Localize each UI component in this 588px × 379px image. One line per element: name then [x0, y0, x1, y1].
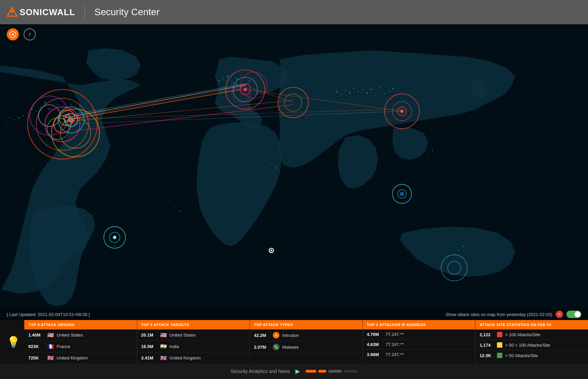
- target-count-0: 20.1M: [141, 333, 157, 338]
- yesterday-toggle[interactable]: [566, 311, 581, 318]
- svg-point-24: [236, 78, 237, 79]
- svg-point-61: [184, 207, 185, 208]
- origin-label-2: United Kingdom: [57, 355, 88, 360]
- target-label-2: United Kingdom: [170, 355, 201, 360]
- analytics-bar: Security Analytics and News ▶: [0, 364, 588, 379]
- timestamp-text: [ Last Updated: 2021-02-04T10:31+08:00 ]: [7, 312, 90, 317]
- analytics-label: Security Analytics and News: [231, 369, 290, 374]
- svg-point-35: [218, 80, 220, 82]
- ip-count-2: 3.96M: [367, 352, 383, 357]
- shield-button[interactable]: [7, 28, 19, 40]
- attack-site-stats-header: ATTACK SITE STATISTICS ON FEB 03: [475, 320, 588, 329]
- top-icons: i: [7, 28, 36, 40]
- attacker-ips-column: TOP 3 ATTACKER IP ADDRESS 4.76M 77.247.*…: [363, 320, 476, 364]
- intrusion-icon: ⚡: [273, 332, 280, 339]
- svg-point-44: [358, 91, 359, 92]
- world-map: [0, 24, 588, 320]
- svg-point-22: [227, 76, 229, 77]
- ip-label-0: 77.247.**: [386, 332, 404, 337]
- site-count-0: 2,122: [479, 332, 494, 337]
- sonicwall-logo-icon: [7, 7, 18, 18]
- scroll-dot-1: [305, 370, 316, 373]
- logo-area: SONICWALL Security Center: [7, 6, 159, 18]
- page-title: Security Center: [94, 7, 159, 18]
- svg-point-39: [392, 88, 394, 89]
- svg-point-14: [36, 111, 37, 112]
- type-label-0: Intrusion: [282, 333, 299, 338]
- help-icon[interactable]: 💡: [5, 334, 22, 350]
- site-count-2: 12.0K: [479, 353, 494, 358]
- close-yesterday-button[interactable]: ✕: [556, 311, 563, 318]
- svg-point-34: [223, 78, 224, 79]
- svg-point-43: [362, 89, 363, 90]
- site-count-1: 1,174: [479, 343, 494, 348]
- target-count-1: 16.5M: [141, 344, 157, 349]
- origin-count-1: 923K: [28, 344, 45, 349]
- type-count-0: 42.2M: [254, 333, 270, 338]
- svg-point-40: [384, 93, 385, 94]
- svg-point-8: [58, 104, 59, 105]
- ip-row-2: 3.96M 77.247.**: [363, 350, 475, 359]
- target-count-2: 3.41M: [141, 355, 157, 360]
- target-label-1: India: [170, 344, 179, 349]
- info-button[interactable]: i: [24, 28, 36, 40]
- attack-type-row-0: 42.2M ⚡ Intrusion: [250, 329, 362, 341]
- shield-icon: [9, 31, 17, 38]
- analytics-arrow-icon: ▶: [295, 368, 300, 375]
- ip-label-2: 77.247.**: [386, 352, 404, 357]
- main-content: i: [0, 24, 588, 379]
- svg-point-19: [14, 120, 15, 121]
- svg-point-63: [462, 246, 464, 247]
- svg-point-38: [388, 91, 389, 92]
- scroll-dot-3: [328, 370, 342, 373]
- target-flag-2: 🇬🇧: [160, 355, 167, 361]
- svg-point-42: [366, 92, 368, 94]
- attack-target-row-0: 20.1M 🇺🇸 United States: [137, 329, 250, 341]
- origin-flag-1: 🇫🇷: [47, 343, 54, 350]
- attack-site-stats-column: ATTACK SITE STATISTICS ON FEB 03 2,122 >…: [475, 320, 588, 364]
- attack-targets-column: TOP 3 ATTACK TARGETS 20.1M 🇺🇸 United Sta…: [137, 320, 250, 364]
- origin-label-0: United States: [57, 333, 83, 338]
- svg-point-36: [371, 89, 372, 90]
- site-stat-row-2: 12.0K < 50 Attacks/Site: [475, 350, 588, 360]
- svg-point-47: [345, 90, 346, 91]
- svg-point-27: [249, 80, 250, 82]
- scroll-dot-2: [318, 370, 326, 373]
- show-yesterday-label: Show attack sites on map from yesterday …: [446, 312, 552, 317]
- svg-point-4: [45, 102, 46, 103]
- type-count-1: 2.07M: [254, 345, 270, 350]
- svg-point-6: [40, 106, 41, 107]
- header-divider: [85, 6, 85, 18]
- attack-origin-row-0: 1.40M 🇺🇸 United States: [24, 329, 137, 341]
- svg-point-58: [275, 167, 276, 168]
- malware-icon: 🦠: [273, 344, 280, 350]
- bulb-icon: 💡: [7, 336, 20, 348]
- svg-point-56: [436, 152, 437, 153]
- site-desc-0: > 100 Attacks/Site: [505, 332, 540, 337]
- svg-point-18: [18, 117, 20, 119]
- svg-point-46: [349, 92, 350, 94]
- svg-point-32: [232, 83, 233, 84]
- attack-type-row-1: 2.07M 🦠 Malware: [250, 341, 362, 353]
- scroll-indicator: [305, 370, 357, 373]
- attack-types-header: TOP ATTACK TYPES: [250, 320, 362, 329]
- svg-point-59: [175, 207, 176, 208]
- site-color-0: [497, 332, 502, 337]
- svg-point-49: [336, 91, 337, 92]
- svg-point-54: [428, 154, 429, 155]
- svg-point-111: [400, 192, 404, 196]
- svg-point-7: [49, 108, 50, 110]
- svg-point-55: [432, 150, 433, 151]
- svg-point-21: [5, 122, 6, 123]
- site-desc-1: > 50 < 100 Attacks/Site: [505, 343, 550, 348]
- header: SONICWALL Security Center: [0, 0, 588, 24]
- svg-point-1: [11, 10, 13, 13]
- svg-point-17: [23, 115, 24, 116]
- info-icon: i: [29, 31, 30, 37]
- map-area: i: [0, 24, 588, 320]
- svg-point-45: [354, 88, 355, 89]
- svg-point-13: [79, 100, 80, 101]
- svg-point-37: [380, 87, 381, 88]
- attack-target-row-2: 3.41M 🇬🇧 United Kingdom: [137, 352, 250, 364]
- target-flag-1: 🇮🇳: [160, 343, 167, 350]
